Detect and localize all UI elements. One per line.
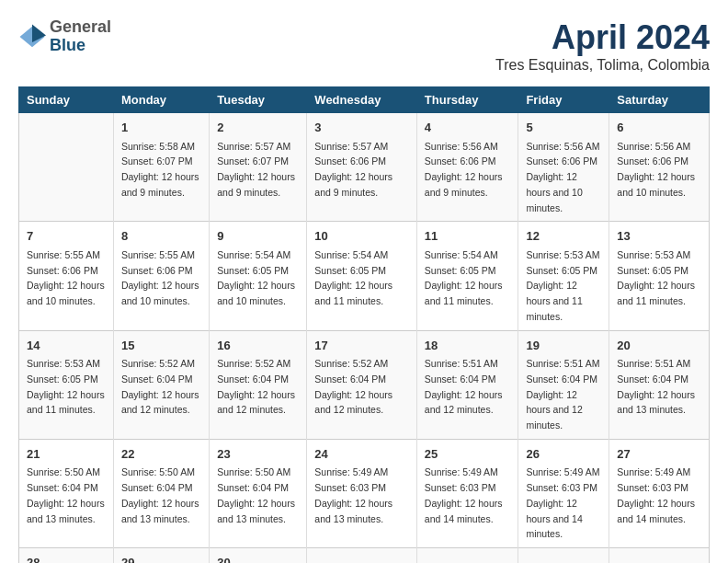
calendar-cell: 13Sunrise: 5:53 AMSunset: 6:05 PMDayligh… <box>609 222 710 330</box>
calendar-cell: 9Sunrise: 5:54 AMSunset: 6:05 PMDaylight… <box>210 222 307 330</box>
calendar-cell: 24Sunrise: 5:49 AMSunset: 6:03 PMDayligh… <box>307 439 417 547</box>
day-number: 21 <box>27 445 106 464</box>
day-info: Sunrise: 5:57 AMSunset: 6:07 PMDaylight:… <box>217 141 295 198</box>
calendar-cell: 5Sunrise: 5:56 AMSunset: 6:06 PMDaylight… <box>518 113 609 222</box>
calendar-cell: 4Sunrise: 5:56 AMSunset: 6:06 PMDaylight… <box>416 113 518 222</box>
day-number: 30 <box>217 554 299 563</box>
header-row: Sunday Monday Tuesday Wednesday Thursday… <box>19 87 710 113</box>
day-info: Sunrise: 5:51 AMSunset: 6:04 PMDaylight:… <box>425 358 503 415</box>
logo: General Blue <box>18 18 111 55</box>
calendar-cell: 6Sunrise: 5:56 AMSunset: 6:06 PMDaylight… <box>609 113 710 222</box>
col-wednesday: Wednesday <box>307 87 417 113</box>
calendar-table: Sunday Monday Tuesday Wednesday Thursday… <box>18 86 710 563</box>
calendar-cell: 29Sunrise: 5:48 AMSunset: 6:03 PMDayligh… <box>113 548 209 564</box>
day-info: Sunrise: 5:50 AMSunset: 6:04 PMDaylight:… <box>27 466 105 523</box>
day-number: 18 <box>425 337 511 355</box>
calendar-cell <box>307 548 417 564</box>
day-number: 12 <box>526 227 601 246</box>
logo-general-text: General <box>50 18 111 37</box>
calendar-cell <box>609 548 710 564</box>
day-number: 23 <box>217 445 299 464</box>
calendar-cell: 26Sunrise: 5:49 AMSunset: 6:03 PMDayligh… <box>518 439 609 547</box>
day-info: Sunrise: 5:54 AMSunset: 6:05 PMDaylight:… <box>314 249 392 306</box>
day-number: 7 <box>27 227 106 246</box>
day-number: 27 <box>617 445 701 464</box>
calendar-header: Sunday Monday Tuesday Wednesday Thursday… <box>19 87 710 113</box>
logo-icon <box>18 23 46 51</box>
day-number: 26 <box>526 445 601 464</box>
day-info: Sunrise: 5:53 AMSunset: 6:05 PMDaylight:… <box>526 249 599 322</box>
calendar-cell: 28Sunrise: 5:48 AMSunset: 6:03 PMDayligh… <box>19 548 114 564</box>
day-number: 17 <box>314 337 409 355</box>
calendar-week-row: 28Sunrise: 5:48 AMSunset: 6:03 PMDayligh… <box>19 548 710 564</box>
day-number: 8 <box>121 227 201 246</box>
calendar-cell: 2Sunrise: 5:57 AMSunset: 6:07 PMDaylight… <box>210 113 307 222</box>
day-info: Sunrise: 5:50 AMSunset: 6:04 PMDaylight:… <box>217 466 295 523</box>
day-number: 22 <box>121 445 201 464</box>
calendar-cell: 11Sunrise: 5:54 AMSunset: 6:05 PMDayligh… <box>416 222 518 330</box>
col-friday: Friday <box>518 87 609 113</box>
day-number: 25 <box>425 445 511 464</box>
calendar-cell: 14Sunrise: 5:53 AMSunset: 6:05 PMDayligh… <box>19 330 114 439</box>
calendar-week-row: 21Sunrise: 5:50 AMSunset: 6:04 PMDayligh… <box>19 439 710 547</box>
col-tuesday: Tuesday <box>210 87 307 113</box>
day-number: 2 <box>217 119 299 137</box>
col-monday: Monday <box>113 87 209 113</box>
day-info: Sunrise: 5:54 AMSunset: 6:05 PMDaylight:… <box>217 249 295 306</box>
day-info: Sunrise: 5:55 AMSunset: 6:06 PMDaylight:… <box>27 249 105 306</box>
day-number: 19 <box>526 337 601 355</box>
calendar-cell <box>416 548 518 564</box>
day-number: 24 <box>314 445 409 464</box>
calendar-cell: 17Sunrise: 5:52 AMSunset: 6:04 PMDayligh… <box>307 330 417 439</box>
location-subtitle: Tres Esquinas, Tolima, Colombia <box>495 57 710 74</box>
day-info: Sunrise: 5:57 AMSunset: 6:06 PMDaylight:… <box>314 141 392 198</box>
day-info: Sunrise: 5:51 AMSunset: 6:04 PMDaylight:… <box>617 358 695 415</box>
calendar-cell: 1Sunrise: 5:58 AMSunset: 6:07 PMDaylight… <box>113 113 209 222</box>
day-info: Sunrise: 5:56 AMSunset: 6:06 PMDaylight:… <box>425 141 503 198</box>
calendar-week-row: 14Sunrise: 5:53 AMSunset: 6:05 PMDayligh… <box>19 330 710 439</box>
day-number: 20 <box>617 337 701 355</box>
calendar-week-row: 7Sunrise: 5:55 AMSunset: 6:06 PMDaylight… <box>19 222 710 330</box>
calendar-cell: 3Sunrise: 5:57 AMSunset: 6:06 PMDaylight… <box>307 113 417 222</box>
calendar-cell: 16Sunrise: 5:52 AMSunset: 6:04 PMDayligh… <box>210 330 307 439</box>
calendar-cell <box>518 548 609 564</box>
day-number: 1 <box>121 119 201 137</box>
calendar-cell: 20Sunrise: 5:51 AMSunset: 6:04 PMDayligh… <box>609 330 710 439</box>
day-info: Sunrise: 5:55 AMSunset: 6:06 PMDaylight:… <box>121 249 199 306</box>
calendar-cell: 23Sunrise: 5:50 AMSunset: 6:04 PMDayligh… <box>210 439 307 547</box>
day-number: 6 <box>617 119 701 137</box>
day-number: 3 <box>314 119 409 137</box>
day-number: 15 <box>121 337 201 355</box>
calendar-cell: 7Sunrise: 5:55 AMSunset: 6:06 PMDaylight… <box>19 222 114 330</box>
day-number: 29 <box>121 554 201 563</box>
day-info: Sunrise: 5:53 AMSunset: 6:05 PMDaylight:… <box>27 358 105 415</box>
day-number: 28 <box>27 554 106 563</box>
calendar-cell: 8Sunrise: 5:55 AMSunset: 6:06 PMDaylight… <box>113 222 209 330</box>
day-number: 9 <box>217 227 299 246</box>
col-sunday: Sunday <box>19 87 114 113</box>
calendar-cell: 10Sunrise: 5:54 AMSunset: 6:05 PMDayligh… <box>307 222 417 330</box>
day-info: Sunrise: 5:49 AMSunset: 6:03 PMDaylight:… <box>425 466 503 523</box>
day-number: 16 <box>217 337 299 355</box>
day-number: 13 <box>617 227 701 246</box>
col-saturday: Saturday <box>609 87 710 113</box>
calendar-cell: 30Sunrise: 5:48 AMSunset: 6:03 PMDayligh… <box>210 548 307 564</box>
day-number: 11 <box>425 227 511 246</box>
day-info: Sunrise: 5:53 AMSunset: 6:05 PMDaylight:… <box>617 249 695 306</box>
day-info: Sunrise: 5:58 AMSunset: 6:07 PMDaylight:… <box>121 141 199 198</box>
day-number: 10 <box>314 227 409 246</box>
day-info: Sunrise: 5:52 AMSunset: 6:04 PMDaylight:… <box>314 358 392 415</box>
calendar-cell: 21Sunrise: 5:50 AMSunset: 6:04 PMDayligh… <box>19 439 114 547</box>
calendar-cell: 22Sunrise: 5:50 AMSunset: 6:04 PMDayligh… <box>113 439 209 547</box>
page-header: General Blue April 2024 Tres Esquinas, T… <box>18 18 710 83</box>
day-info: Sunrise: 5:52 AMSunset: 6:04 PMDaylight:… <box>217 358 295 415</box>
calendar-cell: 18Sunrise: 5:51 AMSunset: 6:04 PMDayligh… <box>416 330 518 439</box>
calendar-cell: 19Sunrise: 5:51 AMSunset: 6:04 PMDayligh… <box>518 330 609 439</box>
day-info: Sunrise: 5:54 AMSunset: 6:05 PMDaylight:… <box>425 249 503 306</box>
day-info: Sunrise: 5:49 AMSunset: 6:03 PMDaylight:… <box>526 466 599 539</box>
day-info: Sunrise: 5:56 AMSunset: 6:06 PMDaylight:… <box>526 141 599 213</box>
calendar-cell: 27Sunrise: 5:49 AMSunset: 6:03 PMDayligh… <box>609 439 710 547</box>
calendar-cell: 12Sunrise: 5:53 AMSunset: 6:05 PMDayligh… <box>518 222 609 330</box>
calendar-cell: 25Sunrise: 5:49 AMSunset: 6:03 PMDayligh… <box>416 439 518 547</box>
day-number: 14 <box>27 337 106 355</box>
